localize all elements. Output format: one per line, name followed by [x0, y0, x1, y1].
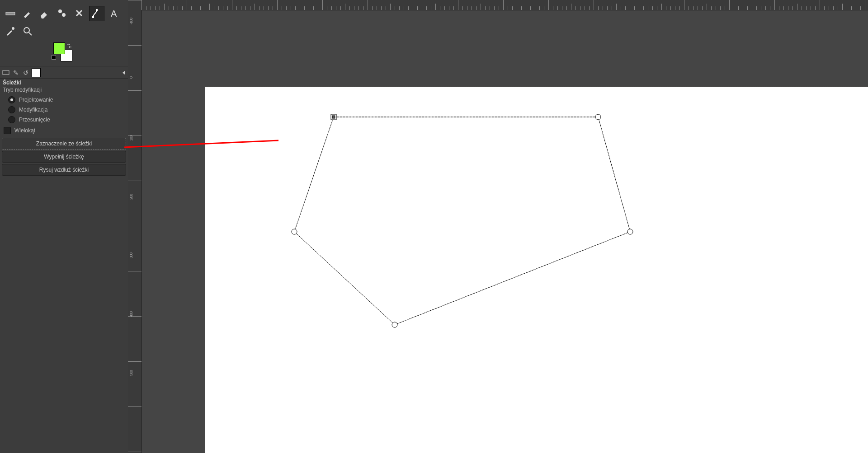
polygon-check[interactable]: Wielokąt [0, 125, 128, 136]
tool-row-2 [0, 23, 128, 40]
stroke-path-button[interactable]: Rysuj wzdłuż ścieżki [2, 164, 126, 176]
button-label: Zaznaczenie ze ścieżki [36, 140, 92, 147]
radio-move[interactable]: Przesunięcie [0, 115, 128, 125]
paths-tool-icon[interactable] [89, 6, 104, 21]
tool-options-title: Ścieżki [0, 79, 128, 87]
svg-point-7 [12, 27, 14, 30]
button-label: Rysuj wzdłuż ścieżki [39, 167, 89, 173]
svg-point-2 [58, 9, 62, 13]
svg-line-9 [29, 33, 32, 35]
eraser-icon[interactable] [38, 6, 52, 20]
svg-rect-10 [3, 70, 9, 75]
svg-point-3 [62, 13, 66, 17]
tool-row-1: A [0, 5, 128, 23]
svg-text:A: A [111, 9, 117, 19]
tool-row-partial [0, 0, 128, 5]
gradient-icon[interactable] [3, 6, 18, 20]
device-icon[interactable] [2, 69, 10, 77]
radio-design[interactable]: Projektowanie [0, 95, 128, 105]
collapse-icon[interactable] [121, 70, 126, 75]
checkbox-icon [4, 127, 11, 134]
zoom-icon[interactable] [20, 24, 35, 38]
polygon-label: Wielokąt [14, 127, 35, 134]
default-colors-icon[interactable] [52, 55, 56, 60]
swap-colors-icon[interactable] [66, 42, 72, 49]
radio-dot-icon [8, 106, 15, 113]
mode-label: Tryb modyfikacji [0, 87, 128, 95]
svg-rect-5 [96, 9, 98, 11]
image-bounds-marquee [205, 87, 868, 453]
foreground-color[interactable] [53, 42, 65, 54]
reset-icon[interactable]: ↺ [22, 69, 30, 77]
radio-label: Modyfikacja [19, 107, 47, 113]
tool-crop-1[interactable] [3, 1, 18, 5]
heal-icon[interactable] [72, 6, 86, 20]
radio-label: Przesunięcie [19, 117, 50, 123]
radio-modify[interactable]: Modyfikacja [0, 105, 128, 115]
clone-icon[interactable] [55, 6, 69, 20]
button-label: Wypełnij ścieżkę [44, 154, 84, 160]
svg-rect-1 [6, 12, 15, 15]
left-panel: A ✎ ↺ Ścieżki Tryb modyfikacji Projektow… [0, 0, 128, 453]
canvas-area: -1000100200300400500 [128, 0, 868, 453]
svg-rect-4 [92, 16, 94, 18]
canvas-viewport[interactable] [142, 10, 868, 453]
toolbox: A [0, 0, 128, 64]
svg-point-8 [24, 28, 29, 33]
fill-path-button[interactable]: Wypełnij ścieżkę [2, 151, 126, 163]
radio-dot-icon [8, 116, 15, 123]
pipette-icon[interactable] [3, 24, 18, 38]
ruler-vertical[interactable]: -1000100200300400500 [128, 0, 142, 453]
paintbrush-icon[interactable] [20, 6, 35, 20]
ruler-horizontal[interactable] [142, 0, 868, 10]
select-from-path-button[interactable]: Zaznaczenie ze ścieżki [2, 138, 126, 149]
aux-swatch[interactable] [32, 68, 41, 77]
options-toolbar: ✎ ↺ [0, 66, 128, 79]
color-swatches [0, 42, 128, 64]
radio-dot-icon [8, 96, 15, 103]
brush-mini-icon[interactable]: ✎ [12, 69, 20, 77]
radio-label: Projektowanie [19, 97, 53, 103]
text-icon[interactable]: A [107, 6, 122, 20]
